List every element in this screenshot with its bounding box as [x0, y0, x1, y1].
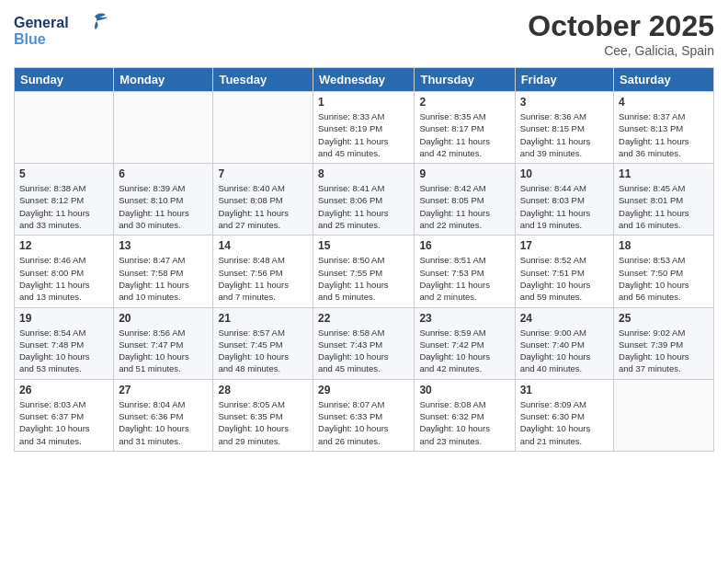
day-info: Sunrise: 9:02 AMSunset: 7:39 PMDaylight:…	[619, 327, 709, 375]
day-info: Sunrise: 8:35 AMSunset: 8:17 PMDaylight:…	[419, 110, 509, 159]
calendar-cell	[614, 379, 714, 451]
calendar-cell: 28Sunrise: 8:05 AMSunset: 6:35 PMDayligh…	[213, 379, 313, 451]
day-number: 13	[119, 239, 208, 252]
calendar-cell: 15Sunrise: 8:50 AMSunset: 7:55 PMDayligh…	[313, 236, 415, 307]
day-number: 17	[520, 239, 609, 252]
calendar-cell: 21Sunrise: 8:57 AMSunset: 7:45 PMDayligh…	[213, 307, 313, 379]
page-header: General Blue October 2025 Cee, Galicia, …	[14, 9, 714, 58]
calendar-cell: 25Sunrise: 9:02 AMSunset: 7:39 PMDayligh…	[614, 307, 714, 379]
calendar-cell: 11Sunrise: 8:45 AMSunset: 8:01 PMDayligh…	[614, 164, 714, 236]
page-container: General Blue October 2025 Cee, Galicia, …	[0, 0, 728, 461]
calendar-week-row: 19Sunrise: 8:54 AMSunset: 7:48 PMDayligh…	[15, 307, 714, 379]
day-number: 29	[318, 384, 409, 396]
calendar-week-row: 26Sunrise: 8:03 AMSunset: 6:37 PMDayligh…	[15, 379, 714, 451]
day-number: 15	[318, 239, 409, 252]
day-info: Sunrise: 8:08 AMSunset: 6:32 PMDaylight:…	[419, 398, 509, 447]
calendar-cell: 7Sunrise: 8:40 AMSunset: 8:08 PMDaylight…	[213, 164, 313, 236]
calendar-cell: 4Sunrise: 8:37 AMSunset: 8:13 PMDaylight…	[614, 92, 714, 164]
day-info: Sunrise: 8:03 AMSunset: 6:37 PMDaylight:…	[19, 398, 108, 447]
calendar-cell: 6Sunrise: 8:39 AMSunset: 8:10 PMDaylight…	[114, 164, 213, 236]
day-info: Sunrise: 8:45 AMSunset: 8:01 PMDaylight:…	[619, 182, 709, 231]
calendar-cell: 24Sunrise: 9:00 AMSunset: 7:40 PMDayligh…	[515, 307, 613, 379]
calendar-cell: 12Sunrise: 8:46 AMSunset: 8:00 PMDayligh…	[15, 236, 114, 307]
calendar-day-header: Monday	[114, 68, 213, 92]
calendar-cell: 1Sunrise: 8:33 AMSunset: 8:19 PMDaylight…	[313, 92, 415, 164]
day-number: 10	[520, 167, 609, 180]
day-info: Sunrise: 8:50 AMSunset: 7:55 PMDaylight:…	[318, 254, 409, 303]
day-number: 3	[520, 96, 609, 109]
day-info: Sunrise: 8:39 AMSunset: 8:10 PMDaylight:…	[119, 182, 208, 231]
day-info: Sunrise: 8:40 AMSunset: 8:08 PMDaylight:…	[218, 182, 308, 231]
day-number: 31	[520, 384, 609, 396]
logo: General Blue	[14, 9, 115, 54]
day-info: Sunrise: 8:53 AMSunset: 7:50 PMDaylight:…	[619, 254, 709, 303]
calendar-cell: 5Sunrise: 8:38 AMSunset: 8:12 PMDaylight…	[15, 164, 114, 236]
day-info: Sunrise: 8:33 AMSunset: 8:19 PMDaylight:…	[318, 110, 409, 159]
calendar-cell: 17Sunrise: 8:52 AMSunset: 7:51 PMDayligh…	[515, 236, 613, 307]
day-number: 12	[19, 239, 108, 252]
month-title: October 2025	[528, 9, 714, 43]
calendar-cell: 22Sunrise: 8:58 AMSunset: 7:43 PMDayligh…	[313, 307, 415, 379]
day-number: 28	[218, 384, 308, 396]
calendar-day-header: Friday	[515, 68, 613, 92]
day-number: 30	[419, 384, 509, 396]
location: Cee, Galicia, Spain	[528, 43, 714, 58]
calendar-cell: 10Sunrise: 8:44 AMSunset: 8:03 PMDayligh…	[515, 164, 613, 236]
calendar-day-header: Saturday	[614, 68, 714, 92]
calendar-day-header: Thursday	[415, 68, 515, 92]
calendar-cell: 9Sunrise: 8:42 AMSunset: 8:05 PMDaylight…	[415, 164, 515, 236]
svg-text:Blue: Blue	[14, 31, 46, 47]
day-info: Sunrise: 8:09 AMSunset: 6:30 PMDaylight:…	[520, 398, 609, 447]
title-section: October 2025 Cee, Galicia, Spain	[528, 9, 714, 58]
calendar-day-header: Wednesday	[313, 68, 415, 92]
calendar-cell: 16Sunrise: 8:51 AMSunset: 7:53 PMDayligh…	[415, 236, 515, 307]
day-info: Sunrise: 8:04 AMSunset: 6:36 PMDaylight:…	[119, 398, 208, 447]
day-number: 27	[119, 384, 208, 396]
calendar-cell	[114, 92, 213, 164]
calendar-cell: 19Sunrise: 8:54 AMSunset: 7:48 PMDayligh…	[15, 307, 114, 379]
day-info: Sunrise: 8:37 AMSunset: 8:13 PMDaylight:…	[619, 110, 709, 159]
day-info: Sunrise: 8:57 AMSunset: 7:45 PMDaylight:…	[218, 327, 308, 375]
day-number: 24	[520, 312, 609, 325]
calendar-cell: 2Sunrise: 8:35 AMSunset: 8:17 PMDaylight…	[415, 92, 515, 164]
day-info: Sunrise: 8:59 AMSunset: 7:42 PMDaylight:…	[419, 327, 509, 375]
day-info: Sunrise: 8:51 AMSunset: 7:53 PMDaylight:…	[419, 254, 509, 303]
day-info: Sunrise: 8:36 AMSunset: 8:15 PMDaylight:…	[520, 110, 609, 159]
day-info: Sunrise: 8:54 AMSunset: 7:48 PMDaylight:…	[19, 327, 108, 375]
day-number: 6	[119, 167, 208, 180]
day-info: Sunrise: 8:46 AMSunset: 8:00 PMDaylight:…	[19, 254, 108, 303]
calendar-week-row: 5Sunrise: 8:38 AMSunset: 8:12 PMDaylight…	[15, 164, 714, 236]
day-number: 14	[218, 239, 308, 252]
day-info: Sunrise: 8:56 AMSunset: 7:47 PMDaylight:…	[119, 327, 208, 375]
day-number: 21	[218, 312, 308, 325]
calendar-cell	[15, 92, 114, 164]
day-number: 23	[419, 312, 509, 325]
calendar-cell: 8Sunrise: 8:41 AMSunset: 8:06 PMDaylight…	[313, 164, 415, 236]
day-number: 5	[19, 167, 108, 180]
day-number: 18	[619, 239, 709, 252]
calendar-cell: 30Sunrise: 8:08 AMSunset: 6:32 PMDayligh…	[415, 379, 515, 451]
calendar-cell: 3Sunrise: 8:36 AMSunset: 8:15 PMDaylight…	[515, 92, 613, 164]
svg-text:General: General	[14, 15, 69, 30]
calendar-cell: 14Sunrise: 8:48 AMSunset: 7:56 PMDayligh…	[213, 236, 313, 307]
calendar-week-row: 12Sunrise: 8:46 AMSunset: 8:00 PMDayligh…	[15, 236, 714, 307]
calendar-table: SundayMondayTuesdayWednesdayThursdayFrid…	[14, 67, 714, 452]
calendar-cell: 18Sunrise: 8:53 AMSunset: 7:50 PMDayligh…	[614, 236, 714, 307]
day-number: 25	[619, 312, 709, 325]
day-number: 22	[318, 312, 409, 325]
day-number: 16	[419, 239, 509, 252]
day-number: 1	[318, 96, 409, 109]
day-number: 11	[619, 167, 709, 180]
day-number: 4	[619, 96, 709, 109]
calendar-cell: 20Sunrise: 8:56 AMSunset: 7:47 PMDayligh…	[114, 307, 213, 379]
day-number: 2	[419, 96, 509, 109]
day-info: Sunrise: 9:00 AMSunset: 7:40 PMDaylight:…	[520, 327, 609, 375]
calendar-cell: 29Sunrise: 8:07 AMSunset: 6:33 PMDayligh…	[313, 379, 415, 451]
calendar-cell	[213, 92, 313, 164]
day-info: Sunrise: 8:42 AMSunset: 8:05 PMDaylight:…	[419, 182, 509, 231]
day-info: Sunrise: 8:52 AMSunset: 7:51 PMDaylight:…	[520, 254, 609, 303]
day-number: 7	[218, 167, 308, 180]
day-info: Sunrise: 8:47 AMSunset: 7:58 PMDaylight:…	[119, 254, 208, 303]
day-info: Sunrise: 8:38 AMSunset: 8:12 PMDaylight:…	[19, 182, 108, 231]
day-number: 9	[419, 167, 509, 180]
